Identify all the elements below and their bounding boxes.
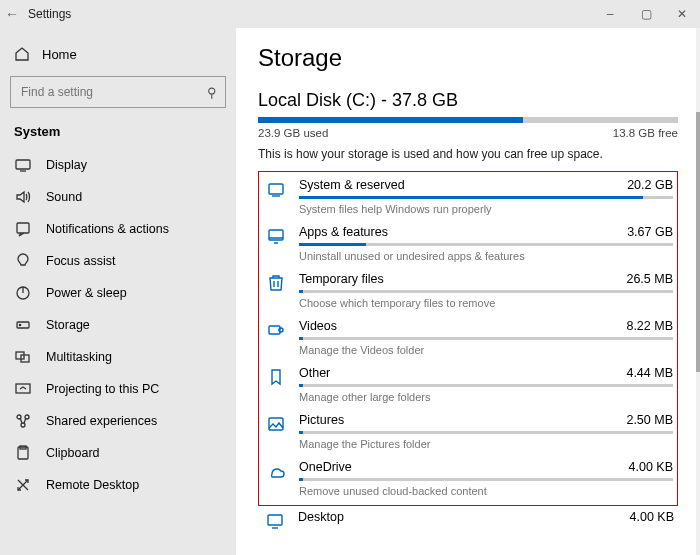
category-size: 8.22 MB xyxy=(626,319,673,333)
storage-category[interactable]: System & reserved20.2 GBSystem files hel… xyxy=(263,174,673,221)
categories-box: System & reserved20.2 GBSystem files hel… xyxy=(258,171,678,506)
nav-label: Multitasking xyxy=(46,350,112,364)
storage-category[interactable]: Videos8.22 MBManage the Videos folder xyxy=(263,315,673,362)
home-icon xyxy=(14,46,30,62)
page-heading: Storage xyxy=(258,44,678,72)
category-size: 3.67 GB xyxy=(627,225,673,239)
svg-rect-7 xyxy=(16,384,30,393)
nav-remote-desktop[interactable]: Remote Desktop xyxy=(0,469,236,501)
storage-category[interactable]: Apps & features3.67 GBUninstall unused o… xyxy=(263,221,673,268)
nav-storage[interactable]: Storage xyxy=(0,309,236,341)
multitasking-icon xyxy=(14,349,32,365)
nav-display[interactable]: Display xyxy=(0,149,236,181)
category-icon xyxy=(263,366,289,403)
category-size: 4.00 KB xyxy=(629,460,673,474)
nav-label: Sound xyxy=(46,190,82,204)
storage-icon xyxy=(14,317,32,333)
category-bar xyxy=(299,478,673,481)
category-hint: Manage the Videos folder xyxy=(299,344,673,356)
nav-home-label: Home xyxy=(42,47,77,62)
free-label: 13.8 GB free xyxy=(613,127,678,139)
content-pane: Storage Local Disk (C:) - 37.8 GB 23.9 G… xyxy=(236,28,700,555)
category-size: 2.50 MB xyxy=(626,413,673,427)
category-hint: Manage other large folders xyxy=(299,391,673,403)
window-title: Settings xyxy=(28,7,71,21)
scrollbar-thumb[interactable] xyxy=(696,112,700,372)
used-label: 23.9 GB used xyxy=(258,127,328,139)
category-name: Temporary files xyxy=(299,272,384,286)
category-icon xyxy=(263,460,289,497)
nav-focus-assist[interactable]: Focus assist xyxy=(0,245,236,277)
category-bar xyxy=(299,337,673,340)
category-name: Desktop xyxy=(298,510,344,524)
category-hint: Remove unused cloud-backed content xyxy=(299,485,673,497)
category-name: Videos xyxy=(299,319,337,333)
nav-home[interactable]: Home xyxy=(0,40,236,72)
category-hint: Manage the Pictures folder xyxy=(299,438,673,450)
back-button[interactable]: ← xyxy=(0,6,24,22)
nav-label: Notifications & actions xyxy=(46,222,169,236)
sound-icon xyxy=(14,189,32,205)
desktop-icon xyxy=(262,510,288,530)
storage-category[interactable]: Desktop4.00 KB xyxy=(258,506,678,536)
remote-desktop-icon xyxy=(14,477,32,493)
nav-label: Display xyxy=(46,158,87,172)
nav-shared-experiences[interactable]: Shared experiences xyxy=(0,405,236,437)
close-button[interactable]: ✕ xyxy=(664,0,700,28)
nav-multitasking[interactable]: Multitasking xyxy=(0,341,236,373)
search-icon: ⚲ xyxy=(207,85,217,100)
category-name: Pictures xyxy=(299,413,344,427)
nav-projecting[interactable]: Projecting to this PC xyxy=(0,373,236,405)
nav-label: Projecting to this PC xyxy=(46,382,159,396)
svg-point-10 xyxy=(21,423,25,427)
category-icon xyxy=(263,225,289,262)
shared-icon xyxy=(14,413,32,429)
storage-category[interactable]: Pictures2.50 MBManage the Pictures folde… xyxy=(263,409,673,456)
titlebar: ← Settings – ▢ ✕ xyxy=(0,0,700,28)
category-hint: Choose which temporary files to remove xyxy=(299,297,673,309)
category-icon xyxy=(263,272,289,309)
svg-rect-17 xyxy=(269,418,283,430)
category-icon xyxy=(263,319,289,356)
svg-point-4 xyxy=(19,324,20,325)
category-bar xyxy=(299,384,673,387)
disk-title: Local Disk (C:) - 37.8 GB xyxy=(258,90,678,111)
category-hint: System files help Windows run properly xyxy=(299,203,673,215)
section-header: System xyxy=(0,124,236,149)
category-size: 4.44 MB xyxy=(626,366,673,380)
scrollbar-track[interactable] xyxy=(696,28,700,555)
category-bar xyxy=(299,290,673,293)
svg-point-16 xyxy=(279,328,283,332)
nav-label: Shared experiences xyxy=(46,414,157,428)
projecting-icon xyxy=(14,381,32,397)
minimize-button[interactable]: – xyxy=(592,0,628,28)
maximize-button[interactable]: ▢ xyxy=(628,0,664,28)
category-name: System & reserved xyxy=(299,178,405,192)
nav-sound[interactable]: Sound xyxy=(0,181,236,213)
nav-label: Power & sleep xyxy=(46,286,127,300)
storage-category[interactable]: Other4.44 MBManage other large folders xyxy=(263,362,673,409)
nav-clipboard[interactable]: Clipboard xyxy=(0,437,236,469)
disk-usage-bar xyxy=(258,117,678,123)
category-name: OneDrive xyxy=(299,460,352,474)
category-size: 20.2 GB xyxy=(627,178,673,192)
svg-rect-18 xyxy=(268,515,282,525)
clipboard-icon xyxy=(14,445,32,461)
storage-category[interactable]: Temporary files26.5 MBChoose which tempo… xyxy=(263,268,673,315)
category-icon xyxy=(263,413,289,450)
notifications-icon xyxy=(14,221,32,237)
category-bar xyxy=(299,196,673,199)
display-icon xyxy=(14,157,32,173)
category-icon xyxy=(263,178,289,215)
nav-label: Focus assist xyxy=(46,254,115,268)
nav-power-sleep[interactable]: Power & sleep xyxy=(0,277,236,309)
search-input[interactable]: ⚲ xyxy=(10,76,226,108)
search-field[interactable] xyxy=(19,84,207,100)
nav-notifications[interactable]: Notifications & actions xyxy=(0,213,236,245)
category-bar xyxy=(299,431,673,434)
sidebar: Home ⚲ System Display Sound Notification… xyxy=(0,28,236,555)
category-bar xyxy=(299,243,673,246)
category-size: 4.00 KB xyxy=(630,510,674,524)
storage-category[interactable]: OneDrive4.00 KBRemove unused cloud-backe… xyxy=(263,456,673,503)
svg-rect-13 xyxy=(269,184,283,194)
